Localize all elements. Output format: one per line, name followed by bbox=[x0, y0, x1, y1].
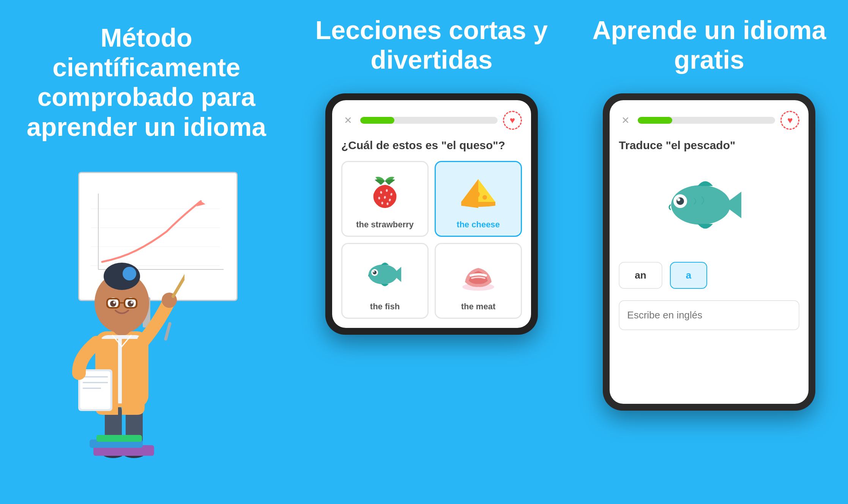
choice-strawberry[interactable]: the strawberry bbox=[341, 161, 429, 237]
phone-1-hearts: ♥ bbox=[503, 111, 522, 130]
word-options: an a bbox=[619, 262, 799, 289]
phone-2-close-button[interactable]: ✕ bbox=[619, 113, 632, 127]
choice-meat[interactable]: the meat bbox=[435, 243, 522, 319]
middle-panel: Lecciones cortas y divertidas ✕ ♥ ¿Cuál … bbox=[293, 0, 570, 504]
fish-illustration-container bbox=[619, 163, 799, 247]
word-btn-a[interactable]: a bbox=[670, 262, 707, 289]
strawberry-image bbox=[362, 170, 408, 215]
choice-fish[interactable]: the fish bbox=[341, 243, 429, 319]
phone-2-top-bar: ✕ ♥ bbox=[619, 111, 799, 130]
choice-strawberry-label: the strawberry bbox=[356, 220, 414, 230]
heart-icon: ♥ bbox=[510, 115, 515, 126]
svg-point-26 bbox=[110, 301, 116, 307]
phone-1: ✕ ♥ ¿Cuál de estos es "el queso"? bbox=[325, 93, 538, 335]
fish-large-illustration bbox=[664, 171, 755, 239]
character bbox=[55, 233, 184, 468]
phone-2-progress-bar bbox=[638, 117, 775, 124]
svg-point-42 bbox=[381, 202, 383, 205]
write-english-input[interactable] bbox=[619, 300, 799, 330]
cheese-image bbox=[456, 170, 501, 215]
phone-1-progress-bar bbox=[360, 117, 498, 124]
phone-1-close-button[interactable]: ✕ bbox=[341, 113, 355, 127]
phone-1-question: ¿Cuál de estos es "el queso"? bbox=[341, 139, 522, 152]
phone-2-progress-fill bbox=[638, 117, 672, 124]
svg-point-23 bbox=[123, 267, 136, 280]
choice-cheese-label: the cheese bbox=[457, 220, 500, 230]
svg-point-43 bbox=[386, 203, 388, 205]
svg-line-19 bbox=[173, 271, 184, 296]
meat-image bbox=[456, 252, 501, 297]
phone-1-progress-fill bbox=[360, 117, 395, 124]
svg-point-44 bbox=[473, 191, 480, 198]
character-container bbox=[55, 172, 238, 468]
svg-point-49 bbox=[373, 271, 377, 274]
choices-grid: the strawberry bbox=[341, 161, 522, 319]
phone-2-screen: ✕ ♥ Traduce "el pescado" bbox=[610, 100, 809, 404]
phone-2-hearts: ♥ bbox=[780, 111, 799, 130]
right-panel: Aprende un idioma gratis ✕ ♥ Traduce "el… bbox=[571, 0, 848, 504]
svg-point-29 bbox=[131, 301, 133, 304]
phone-2: ✕ ♥ Traduce "el pescado" bbox=[603, 93, 815, 411]
fish-image bbox=[362, 252, 408, 297]
phone-2-question: Traduce "el pescado" bbox=[619, 139, 799, 152]
choice-cheese[interactable]: the cheese bbox=[435, 161, 522, 237]
svg-point-28 bbox=[113, 301, 115, 304]
svg-rect-35 bbox=[96, 435, 142, 442]
svg-point-55 bbox=[677, 198, 680, 201]
choice-meat-label: the meat bbox=[461, 302, 495, 312]
phone-1-top-bar: ✕ ♥ bbox=[341, 111, 522, 130]
main-container: Método científicamente comprobado para a… bbox=[0, 0, 848, 504]
svg-point-46 bbox=[470, 197, 474, 201]
left-panel: Método científicamente comprobado para a… bbox=[0, 0, 293, 504]
phone-1-screen: ✕ ♥ ¿Cuál de estos es "el queso"? bbox=[332, 100, 531, 328]
word-btn-an[interactable]: an bbox=[619, 262, 662, 289]
choice-fish-label: the fish bbox=[370, 302, 400, 312]
left-title: Método científicamente comprobado para a… bbox=[15, 23, 277, 142]
svg-point-45 bbox=[482, 195, 487, 200]
middle-title: Lecciones cortas y divertidas bbox=[300, 15, 563, 74]
svg-point-27 bbox=[128, 301, 134, 307]
svg-point-50 bbox=[373, 271, 375, 272]
svg-point-54 bbox=[676, 197, 684, 205]
right-title: Aprende un idioma gratis bbox=[578, 15, 840, 74]
heart-icon-2: ♥ bbox=[787, 115, 793, 126]
